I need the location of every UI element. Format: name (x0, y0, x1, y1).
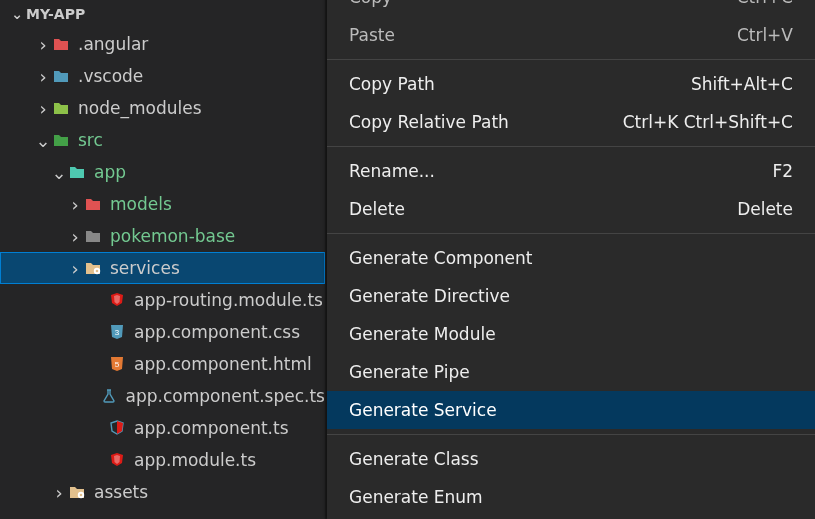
menu-item-shortcut: Ctrl+V (737, 25, 793, 45)
tree-item-src[interactable]: ⌄src (0, 124, 325, 156)
svg-point-5 (80, 494, 83, 497)
menu-item-label: Rename... (349, 161, 435, 181)
menu-item-label: Copy Relative Path (349, 112, 509, 132)
context-menu: CopyCtrl+CPasteCtrl+VCopy PathShift+Alt+… (327, 0, 815, 519)
menu-item-label: Generate Class (349, 449, 479, 469)
file-ang-icon (108, 291, 126, 309)
chevron-right-icon: › (66, 258, 84, 279)
menu-item-label: Generate Module (349, 324, 496, 344)
folder-yellow-icon (84, 259, 102, 277)
tree-item-app-component-html[interactable]: 5app.component.html (0, 348, 325, 380)
menu-item-shortcut: F2 (772, 161, 793, 181)
menu-item-copy-path[interactable]: Copy PathShift+Alt+C (327, 65, 815, 103)
menu-item-label: Generate Service (349, 400, 497, 420)
svg-point-1 (96, 270, 99, 273)
tree-item-node-modules[interactable]: ›node_modules (0, 92, 325, 124)
menu-item-label: Copy (349, 0, 392, 7)
tree-item-services[interactable]: ›services (0, 252, 325, 284)
menu-item-generate-pipe[interactable]: Generate Pipe (327, 353, 815, 391)
file-spec-icon (101, 387, 118, 405)
folder-yellow-icon (68, 483, 86, 501)
file-css-icon: 3 (108, 323, 126, 341)
menu-item-label: Generate Component (349, 248, 533, 268)
menu-item-generate-service[interactable]: Generate Service (327, 391, 815, 429)
chevron-right-icon: › (66, 194, 84, 215)
file-html-icon: 5 (108, 355, 126, 373)
menu-item-label: Copy Path (349, 74, 435, 94)
tree-item-label: app-routing.module.ts (134, 290, 323, 310)
chevron-right-icon: › (34, 98, 52, 119)
menu-item-copy: CopyCtrl+C (327, 0, 815, 16)
tree-item--angular[interactable]: ›.angular (0, 28, 325, 60)
explorer-panel: ⌄ MY-APP ›.angular›.vscode›node_modules⌄… (0, 0, 325, 519)
folder-emerald-icon (52, 131, 70, 149)
tree-item-label: models (110, 194, 172, 214)
tree-item-label: services (110, 258, 180, 278)
explorer-title: MY-APP (26, 6, 85, 22)
menu-item-generate-module[interactable]: Generate Module (327, 315, 815, 353)
svg-text:5: 5 (115, 360, 120, 369)
tree-item-label: .vscode (78, 66, 143, 86)
menu-item-generate-component[interactable]: Generate Component (327, 239, 815, 277)
tree-item-label: app.module.ts (134, 450, 256, 470)
menu-item-shortcut: Delete (737, 199, 793, 219)
tree-item-label: app.component.css (134, 322, 300, 342)
tree-item-app-component-css[interactable]: 3app.component.css (0, 316, 325, 348)
chevron-right-icon: › (66, 226, 84, 247)
chevron-right-icon: › (50, 482, 68, 503)
folder-blue-icon (52, 67, 70, 85)
file-ang-icon (108, 451, 126, 469)
menu-item-label: Paste (349, 25, 395, 45)
folder-red-icon (52, 35, 70, 53)
tree-item-pokemon-base[interactable]: ›pokemon-base (0, 220, 325, 252)
tree-item-label: .angular (78, 34, 148, 54)
file-ang2-icon (108, 419, 126, 437)
chevron-right-icon: › (34, 34, 52, 55)
menu-item-rename-[interactable]: Rename...F2 (327, 152, 815, 190)
tree-item-app-component-spec-ts[interactable]: app.component.spec.ts (0, 380, 325, 412)
menu-item-generate-class[interactable]: Generate Class (327, 440, 815, 478)
menu-item-shortcut: Ctrl+C (737, 0, 793, 7)
menu-separator (327, 434, 815, 435)
tree-item-label: assets (94, 482, 148, 502)
tree-item--vscode[interactable]: ›.vscode (0, 60, 325, 92)
folder-gray-icon (84, 227, 102, 245)
menu-item-paste: PasteCtrl+V (327, 16, 815, 54)
menu-separator (327, 146, 815, 147)
tree-item-label: src (78, 130, 103, 150)
menu-item-label: Generate Pipe (349, 362, 470, 382)
chevron-right-icon: › (34, 66, 52, 87)
menu-item-shortcut: Ctrl+K Ctrl+Shift+C (623, 112, 793, 132)
menu-item-generate-enum[interactable]: Generate Enum (327, 478, 815, 516)
folder-red-icon (84, 195, 102, 213)
tree-item-models[interactable]: ›models (0, 188, 325, 220)
tree-item-app[interactable]: ⌄app (0, 156, 325, 188)
tree-item-assets[interactable]: ›assets (0, 476, 325, 508)
menu-item-label: Generate Directive (349, 286, 510, 306)
tree-item-label: app.component.spec.ts (126, 386, 325, 406)
tree-item-app-module-ts[interactable]: app.module.ts (0, 444, 325, 476)
chevron-down-icon: ⌄ (50, 162, 68, 183)
menu-separator (327, 233, 815, 234)
tree-item-label: pokemon-base (110, 226, 235, 246)
chevron-down-icon: ⌄ (8, 6, 26, 22)
file-tree: ›.angular›.vscode›node_modules⌄src⌄app›m… (0, 28, 325, 508)
menu-item-label: Delete (349, 199, 405, 219)
svg-text:3: 3 (115, 328, 120, 337)
menu-item-copy-relative-path[interactable]: Copy Relative PathCtrl+K Ctrl+Shift+C (327, 103, 815, 141)
menu-item-label: Generate Enum (349, 487, 483, 507)
menu-item-delete[interactable]: DeleteDelete (327, 190, 815, 228)
tree-item-label: app (94, 162, 126, 182)
menu-item-generate-directive[interactable]: Generate Directive (327, 277, 815, 315)
chevron-down-icon: ⌄ (34, 130, 52, 151)
menu-separator (327, 59, 815, 60)
menu-item-shortcut: Shift+Alt+C (691, 74, 793, 94)
tree-item-label: app.component.ts (134, 418, 289, 438)
tree-item-label: node_modules (78, 98, 202, 118)
explorer-header[interactable]: ⌄ MY-APP (0, 0, 325, 28)
folder-teal-icon (68, 163, 86, 181)
tree-item-label: app.component.html (134, 354, 312, 374)
tree-item-app-routing-module-ts[interactable]: app-routing.module.ts (0, 284, 325, 316)
tree-item-app-component-ts[interactable]: app.component.ts (0, 412, 325, 444)
folder-lime-icon (52, 99, 70, 117)
